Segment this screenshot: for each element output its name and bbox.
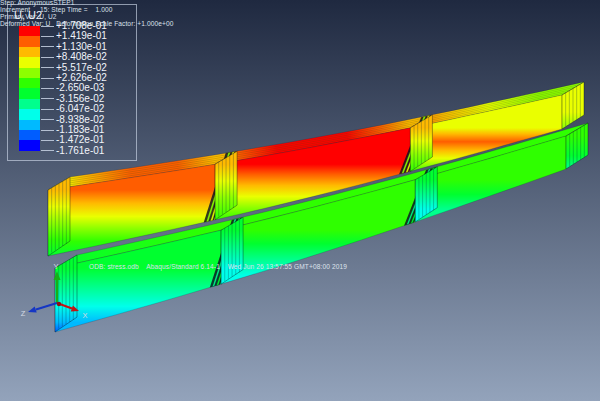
legend-tick-value: +8.408e-02 [56, 52, 107, 62]
legend-tick [41, 140, 54, 141]
legend-swatch [19, 109, 40, 119]
legend-tick [41, 57, 54, 58]
legend-tick [41, 150, 54, 151]
legend-swatch [19, 120, 40, 130]
abaqus-viewport[interactable]: YZX U, U2 +1.708e-01+1.419e-01+1.130e-01… [0, 0, 600, 401]
legend-tick [41, 119, 54, 120]
triad-origin [57, 302, 61, 306]
z-axis [36, 303, 57, 310]
legend-swatch [19, 47, 40, 57]
legend-tick-value: +1.419e-01 [56, 31, 107, 41]
legend-tick [41, 26, 54, 27]
legend-tick-value: -1.472e-01 [56, 135, 104, 145]
legend-swatch [19, 78, 40, 88]
legend-swatch [19, 26, 40, 36]
x-axis-label: X [82, 311, 87, 320]
legend-tick [41, 88, 54, 89]
legend-tick [41, 46, 54, 47]
legend-swatch [19, 36, 40, 46]
y-axis-label: Y [53, 262, 58, 271]
legend-title: U, U2 [14, 9, 42, 21]
legend-swatch [19, 130, 40, 140]
legend-swatch [19, 99, 40, 109]
odb-status-line: ODB: stress.odb Abaqus/Standard 6.14-1 W… [89, 264, 347, 271]
legend-tick [41, 36, 54, 37]
contour-legend: U, U2 +1.708e-01+1.419e-01+1.130e-01+8.4… [7, 4, 137, 161]
legend-tick [41, 130, 54, 131]
legend-swatch [19, 68, 40, 78]
legend-tick-value: -2.650e-03 [56, 83, 104, 93]
legend-tick [41, 78, 54, 79]
legend-tick-value: -1.761e-01 [56, 146, 104, 156]
legend-tick [41, 109, 54, 110]
z-axis-arrowhead-icon [28, 307, 37, 313]
z-axis-label: Z [21, 309, 26, 318]
legend-tick [41, 67, 54, 68]
legend-swatch [19, 88, 40, 98]
legend-swatch [19, 57, 40, 67]
legend-tick [41, 98, 54, 99]
legend-swatch [19, 140, 40, 150]
legend-tick-value: -6.047e-02 [56, 104, 104, 114]
